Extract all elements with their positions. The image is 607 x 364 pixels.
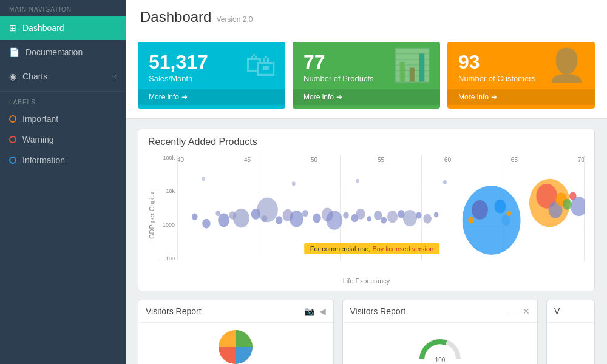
svg-point-1 — [202, 219, 210, 229]
svg-point-21 — [381, 217, 387, 223]
svg-point-8 — [257, 197, 278, 222]
svg-point-31 — [501, 215, 510, 226]
products-more-info[interactable]: More info ➜ — [293, 89, 440, 105]
panel-title-1: Visitors Report — [146, 306, 202, 316]
panel-title-2: Visitors Report — [350, 306, 406, 316]
warning-dot — [9, 136, 16, 143]
stat-card-sales: 51,317 Sales/Month 🛍 More info ➜ — [138, 42, 285, 109]
y-axis-label: GDP per Capita — [148, 155, 155, 276]
sidebar: MAIN NAVIGATION ⊞ Dashboard 📄 Documentat… — [0, 0, 126, 364]
panel-controls-1: 📷 ◀ — [304, 306, 326, 316]
arrow-right-icon2: ➜ — [336, 93, 342, 101]
sidebar-item-label: Dashboard — [22, 23, 64, 33]
svg-point-44 — [507, 211, 512, 216]
info-dot — [9, 157, 16, 164]
svg-point-11 — [290, 211, 304, 227]
panel-body-1 — [138, 323, 333, 364]
svg-point-30 — [494, 200, 506, 214]
svg-point-16 — [343, 212, 349, 218]
page-title: Dashboard — [140, 8, 211, 25]
svg-point-40 — [292, 181, 296, 186]
important-dot — [9, 115, 16, 123]
camera-icon[interactable]: 📷 — [304, 306, 314, 316]
chart-inner: GDP per Capita 100k 10k 1000 100 — [148, 155, 585, 276]
x-axis-title: Life Expectancy — [148, 277, 585, 285]
gauge-chart: 100 — [416, 332, 464, 362]
customers-more-info[interactable]: More info ➜ — [447, 89, 595, 105]
label-information: Information — [22, 155, 65, 165]
stat-cards-row: 51,317 Sales/Month 🛍 More info ➜ 77 Numb… — [126, 32, 607, 119]
sales-more-info[interactable]: More info ➜ — [138, 89, 285, 105]
svg-point-2 — [215, 211, 220, 216]
panel-header-3: V — [547, 300, 594, 323]
bubble-chart-title: Recently Added Products — [148, 136, 585, 147]
panel-title-3: V — [554, 306, 560, 316]
arrow-right-icon: ➜ — [181, 93, 188, 101]
chart-plot: 100k 10k 1000 100 — [159, 155, 585, 276]
svg-point-42 — [443, 180, 447, 184]
svg-point-15 — [326, 211, 342, 230]
label-warning: Warning — [22, 135, 54, 144]
label-item-important[interactable]: Important — [0, 109, 126, 129]
panel-controls-2: — ✕ — [509, 306, 530, 316]
sidebar-item-label: Documentation — [25, 47, 83, 57]
visitors-report-panel-1: Visitors Report 📷 ◀ — [138, 300, 334, 364]
sidebar-item-charts[interactable]: ◉ Charts ‹ — [0, 64, 126, 89]
svg-point-41 — [356, 179, 359, 183]
svg-point-5 — [233, 209, 249, 228]
svg-point-25 — [416, 212, 422, 218]
svg-point-26 — [423, 214, 431, 224]
arrow-icon[interactable]: ◀ — [319, 306, 326, 316]
chevron-left-icon: ‹ — [114, 73, 117, 80]
sidebar-item-label: Charts — [22, 72, 47, 81]
svg-point-9 — [276, 216, 283, 224]
arrow-right-icon3: ➜ — [491, 93, 497, 101]
label-item-information[interactable]: Information — [0, 150, 126, 170]
stat-card-products: 77 Number of Products 📊 More info ➜ — [293, 42, 440, 109]
svg-point-36 — [563, 199, 572, 210]
panel-body-3 — [547, 323, 594, 364]
label-important: Important — [22, 114, 58, 124]
label-item-warning[interactable]: Warning — [0, 129, 126, 150]
dashboard-icon: ⊞ — [9, 23, 16, 33]
pie-chart — [217, 329, 254, 364]
sales-footer-text: More info — [149, 93, 179, 101]
person-icon: 👤 — [547, 49, 586, 81]
svg-point-0 — [192, 214, 198, 220]
svg-point-24 — [403, 210, 417, 226]
sidebar-item-documentation[interactable]: 📄 Documentation — [0, 40, 126, 64]
bubble-chart-container: Recently Added Products GDP per Capita 1… — [138, 129, 595, 291]
stat-card-customers: 93 Number of Customers 👤 More info ➜ — [447, 42, 595, 109]
panel-header-1: Visitors Report 📷 ◀ — [138, 300, 333, 323]
svg-point-39 — [202, 177, 205, 181]
panel-body-2: 100 — [343, 323, 538, 364]
products-footer-text: More info — [304, 93, 334, 101]
svg-point-18 — [356, 209, 365, 220]
page-version: Version 2.0 — [216, 15, 253, 24]
svg-text:100: 100 — [435, 357, 445, 362]
bubble-chart-svg — [177, 155, 585, 276]
doc-icon: 📄 — [9, 47, 19, 57]
labels-header: LABELS — [0, 91, 126, 109]
chart-watermark: For commercial use, Buy licensed version — [304, 243, 440, 254]
chart-bar-icon: 📊 — [392, 49, 432, 81]
svg-point-43 — [468, 217, 474, 223]
main-content: Dashboard Version 2.0 51,317 Sales/Month… — [126, 0, 607, 364]
buy-license-link[interactable]: Buy licensed version — [372, 245, 433, 252]
svg-point-29 — [472, 200, 488, 220]
content-area: Recently Added Products GDP per Capita 1… — [126, 119, 607, 364]
customers-footer-text: More info — [458, 93, 489, 101]
minimize-icon[interactable]: — — [509, 306, 518, 316]
svg-point-19 — [367, 216, 371, 221]
svg-point-22 — [387, 211, 398, 223]
bottom-panels: Visitors Report 📷 ◀ — [138, 300, 595, 364]
svg-point-3 — [218, 214, 229, 228]
close-icon[interactable]: ✕ — [523, 306, 530, 316]
charts-icon: ◉ — [9, 72, 16, 81]
sidebar-nav-header: MAIN NAVIGATION — [0, 0, 126, 16]
sidebar-item-dashboard[interactable]: ⊞ Dashboard — [0, 16, 126, 40]
bag-icon: 🛍 — [245, 49, 277, 81]
visitors-report-panel-2: Visitors Report — ✕ 100 — [342, 300, 538, 364]
page-header: Dashboard Version 2.0 — [126, 0, 607, 32]
svg-point-13 — [313, 214, 320, 223]
